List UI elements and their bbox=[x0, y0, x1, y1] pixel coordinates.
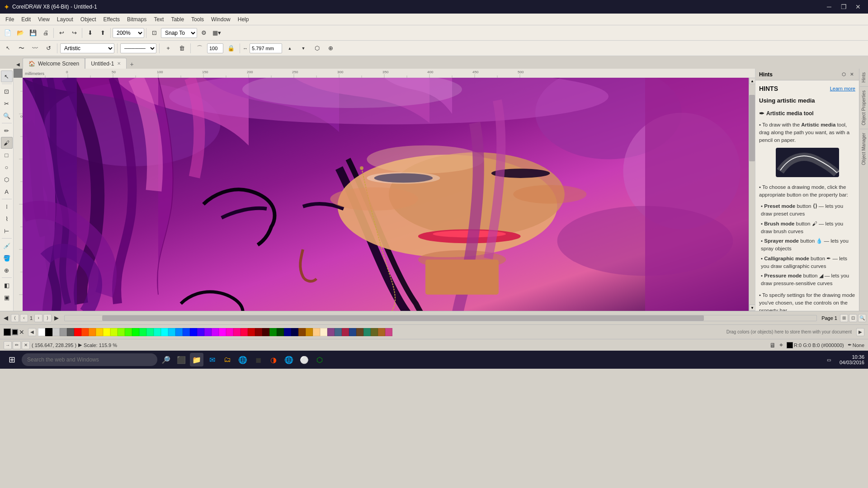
swatch-blue-violet[interactable] bbox=[197, 328, 204, 336]
menu-help[interactable]: Help bbox=[234, 15, 253, 24]
last-page-btn[interactable]: ⟩ bbox=[43, 314, 52, 322]
shape-tool[interactable]: ⊡ bbox=[1, 85, 13, 97]
taskbar-cortana[interactable]: 🔎 bbox=[159, 353, 173, 366]
rectangle-tool[interactable]: □ bbox=[1, 149, 13, 161]
status-pencil-btn[interactable]: ✏ bbox=[13, 341, 21, 349]
delete-preset-btn[interactable]: 🗑 bbox=[176, 42, 188, 54]
save-button[interactable]: 💾 bbox=[27, 27, 39, 39]
export-button[interactable]: ⬆ bbox=[97, 27, 108, 39]
h-scroll-thumb[interactable] bbox=[102, 315, 703, 321]
eyedropper-tool[interactable]: 💉 bbox=[1, 240, 13, 252]
menu-object[interactable]: Object bbox=[77, 15, 100, 24]
swatch-mgray[interactable] bbox=[60, 328, 67, 336]
polygon-tool[interactable]: ⬡ bbox=[1, 174, 13, 185]
menu-layout[interactable]: Layout bbox=[53, 15, 77, 24]
hints-float-btn[interactable]: ⬡ bbox=[840, 71, 847, 78]
outline-swatch[interactable] bbox=[12, 329, 18, 335]
redo-button[interactable]: ↪ bbox=[68, 27, 80, 39]
tab-prev-btn[interactable]: ◀ bbox=[14, 60, 23, 69]
scroll-thumb[interactable] bbox=[749, 95, 755, 161]
swatch-white[interactable] bbox=[38, 328, 45, 336]
swatch-orange[interactable] bbox=[89, 328, 96, 336]
swatch-steel[interactable] bbox=[335, 328, 342, 336]
menu-tools[interactable]: Tools bbox=[188, 15, 208, 24]
parallel-tool[interactable]: ⁞ bbox=[1, 201, 13, 212]
smooth-btn2[interactable]: ⌒ bbox=[193, 42, 205, 54]
canvas-zoom-fit-btn[interactable]: ⊡ bbox=[849, 314, 857, 322]
width-input[interactable] bbox=[250, 43, 282, 53]
stroke-style-combo[interactable]: ────── bbox=[120, 43, 156, 53]
menu-bitmaps[interactable]: Bitmaps bbox=[123, 15, 150, 24]
horizontal-scrollbar[interactable] bbox=[64, 315, 817, 321]
swatch-sienna[interactable] bbox=[356, 328, 363, 336]
rotate-btn[interactable]: ↺ bbox=[42, 42, 54, 54]
swatch-spring[interactable] bbox=[146, 328, 154, 336]
vertical-scrollbar[interactable]: ▲ ▼ bbox=[749, 78, 755, 311]
swatch-teal[interactable] bbox=[363, 328, 371, 336]
scroll-up-btn[interactable]: ▲ bbox=[749, 78, 755, 84]
drawing-canvas[interactable]: ▲ ▼ bbox=[23, 78, 755, 311]
swatch-lime[interactable] bbox=[125, 328, 132, 336]
options-button[interactable]: ⚙ bbox=[198, 27, 210, 39]
menu-edit[interactable]: Edit bbox=[18, 15, 34, 24]
swatch-peach[interactable] bbox=[313, 328, 320, 336]
swatch-green[interactable] bbox=[132, 328, 139, 336]
menu-text[interactable]: Text bbox=[150, 15, 167, 24]
swatch-red[interactable] bbox=[74, 328, 81, 336]
view-options-button[interactable]: ▦▾ bbox=[211, 27, 222, 39]
fill-tool[interactable]: 🪣 bbox=[1, 252, 13, 264]
learn-more-link[interactable]: Learn more bbox=[830, 85, 855, 93]
swatch-plum[interactable] bbox=[327, 328, 335, 336]
taskbar-app3[interactable]: ◑ bbox=[267, 353, 280, 366]
swatch-brown[interactable] bbox=[298, 328, 306, 336]
swatch-purple[interactable] bbox=[212, 328, 219, 336]
shadow-tool[interactable]: ▣ bbox=[1, 291, 13, 303]
swatch-cyan[interactable] bbox=[161, 328, 168, 336]
canvas-view-btn[interactable]: 🔍 bbox=[858, 314, 866, 322]
swatch-flamingo[interactable] bbox=[385, 328, 392, 336]
swatch-lgray[interactable] bbox=[52, 328, 60, 336]
select-tool[interactable]: ↖ bbox=[1, 70, 13, 82]
blend-tool[interactable]: ⊕ bbox=[1, 264, 13, 276]
snap-combo[interactable]: Snap To bbox=[161, 28, 197, 38]
swatch-sky[interactable] bbox=[175, 328, 183, 336]
print-button[interactable]: 🖨 bbox=[40, 27, 52, 39]
arrow-right-btn[interactable]: ▶ bbox=[52, 314, 61, 322]
freehand-tool[interactable]: ✏ bbox=[1, 125, 13, 136]
swatch-dgray[interactable] bbox=[67, 328, 74, 336]
smooth-btn[interactable]: 〜 bbox=[15, 42, 27, 54]
menu-table[interactable]: Table bbox=[167, 15, 188, 24]
swatch-dark-navy[interactable] bbox=[291, 328, 298, 336]
start-button[interactable]: ⊞ bbox=[4, 352, 20, 368]
add-preset-btn[interactable]: + bbox=[162, 42, 174, 54]
connector-tool[interactable]: ⌇ bbox=[1, 213, 13, 225]
next-page-btn[interactable]: › bbox=[34, 314, 42, 322]
text-tool[interactable]: A bbox=[1, 186, 13, 197]
width-up-btn[interactable]: ▲ bbox=[284, 42, 296, 54]
swatch-dark-red[interactable] bbox=[248, 328, 255, 336]
minimize-button[interactable]: ─ bbox=[823, 2, 835, 11]
swatch-green-cyan[interactable] bbox=[139, 328, 146, 336]
swatch-tan[interactable] bbox=[306, 328, 313, 336]
taskbar-chrome[interactable]: 🌐 bbox=[282, 353, 296, 366]
swatch-azure[interactable] bbox=[168, 328, 175, 336]
taskbar-mail[interactable]: ✉ bbox=[205, 353, 219, 366]
menu-effects[interactable]: Effects bbox=[100, 15, 123, 24]
tab-welcome[interactable]: 🏠 Welcome Screen bbox=[23, 58, 85, 69]
width-down-btn[interactable]: ▼ bbox=[297, 42, 309, 54]
artistic-media-tool[interactable]: 🖌 bbox=[1, 137, 13, 149]
open-button[interactable]: 📂 bbox=[14, 27, 26, 39]
object-manager-tab-label[interactable]: Object Manager bbox=[861, 131, 866, 167]
fill-swatch[interactable] bbox=[4, 328, 11, 336]
first-page-btn[interactable]: ⟨ bbox=[11, 314, 19, 322]
swatch-rose[interactable] bbox=[226, 328, 233, 336]
page-tab-label[interactable]: Page 1 bbox=[819, 315, 840, 321]
zoom-combo[interactable]: 200% 100% 50% bbox=[113, 28, 144, 38]
restore-button[interactable]: ❐ bbox=[837, 2, 850, 11]
menu-window[interactable]: Window bbox=[208, 15, 234, 24]
swatch-blue-light[interactable] bbox=[183, 328, 190, 336]
pick-tool-btn[interactable]: ↖ bbox=[2, 42, 14, 54]
transform-btn[interactable]: ⊕ bbox=[325, 42, 336, 54]
swatch-dark-maroon[interactable] bbox=[262, 328, 269, 336]
swatch-dark-green[interactable] bbox=[269, 328, 277, 336]
